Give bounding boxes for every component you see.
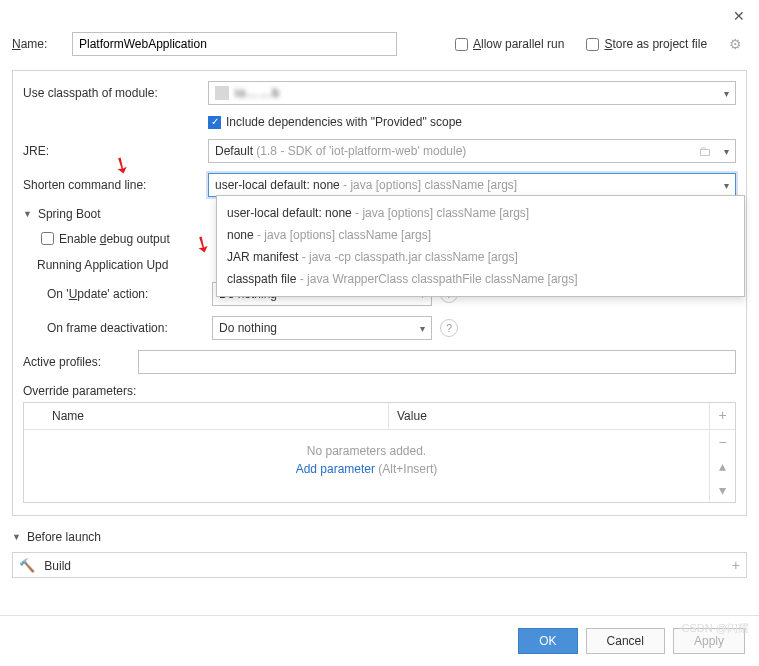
enable-debug-checkbox[interactable]: Enable debug output xyxy=(37,229,170,248)
shorten-option[interactable]: user-local default: none - java [options… xyxy=(225,202,736,224)
hammer-icon: 🔨 xyxy=(19,558,35,573)
add-task-button[interactable]: + xyxy=(732,557,740,573)
shorten-label: Shorten command line: xyxy=(23,178,208,192)
help-icon[interactable]: ? xyxy=(440,319,458,337)
on-update-label: On 'Update' action: xyxy=(37,287,212,301)
classpath-combo[interactable]: io……b ▾ xyxy=(208,81,736,105)
remove-row-button[interactable]: − xyxy=(710,430,735,454)
collapse-icon: ▼ xyxy=(12,532,21,542)
no-params-msg: No parameters added. xyxy=(24,444,709,458)
before-launch-section[interactable]: ▼ Before launch xyxy=(12,530,747,544)
collapse-icon: ▼ xyxy=(23,209,32,219)
active-profiles-field[interactable] xyxy=(138,350,736,374)
chevron-down-icon: ▾ xyxy=(724,146,729,157)
store-project-label: Store as project file xyxy=(604,37,707,51)
close-icon[interactable]: ✕ xyxy=(733,8,745,24)
classpath-value: io……b xyxy=(235,86,280,100)
override-params-label: Override parameters: xyxy=(23,384,736,398)
cancel-button[interactable]: Cancel xyxy=(586,628,665,654)
store-project-input[interactable] xyxy=(586,38,599,51)
on-frame-select[interactable]: Do nothing ▾ xyxy=(212,316,432,340)
override-params-table: Name Value + No parameters added. Add pa… xyxy=(23,402,736,503)
classpath-label: Use classpath of module: xyxy=(23,86,208,100)
jre-prefix: Default xyxy=(215,144,253,158)
column-name: Name xyxy=(44,403,389,429)
shorten-selected-gray: - java [options] className [args] xyxy=(340,178,517,192)
move-up-button[interactable]: ▴ xyxy=(710,454,735,478)
folder-icon[interactable]: 🗀 xyxy=(698,144,711,159)
build-task[interactable]: Build xyxy=(44,559,71,573)
chevron-down-icon: ▾ xyxy=(420,323,425,334)
store-project-checkbox[interactable]: Store as project file xyxy=(582,35,707,54)
allow-parallel-input[interactable] xyxy=(455,38,468,51)
jre-detail: (1.8 - SDK of 'iot-platform-web' module) xyxy=(253,144,466,158)
shorten-selected-bold: user-local default: none xyxy=(215,178,340,192)
shorten-option[interactable]: classpath file - java WrapperClass class… xyxy=(225,268,736,290)
allow-parallel-checkbox[interactable]: Allow parallel run xyxy=(451,35,564,54)
chevron-down-icon: ▾ xyxy=(724,180,729,191)
add-row-button[interactable]: + xyxy=(710,403,735,427)
on-frame-label: On frame deactivation: xyxy=(37,321,212,335)
allow-parallel-label: Allow parallel run xyxy=(473,37,564,51)
include-provided-check-icon xyxy=(208,116,221,129)
include-provided-checkbox[interactable]: Include dependencies with "Provided" sco… xyxy=(208,115,462,129)
column-value: Value xyxy=(389,403,709,429)
add-parameter-link[interactable]: Add parameter xyxy=(296,462,375,476)
ok-button[interactable]: OK xyxy=(518,628,577,654)
module-icon xyxy=(215,86,229,100)
shorten-option[interactable]: JAR manifest - java -cp classpath.jar cl… xyxy=(225,246,736,268)
active-profiles-label: Active profiles: xyxy=(23,355,138,369)
name-label: Name: xyxy=(12,37,72,51)
shorten-dropdown-list: user-local default: none - java [options… xyxy=(216,195,745,297)
enable-debug-label: Enable debug output xyxy=(59,232,170,246)
add-parameter-hint: (Alt+Insert) xyxy=(375,462,437,476)
name-field[interactable] xyxy=(72,32,397,56)
before-launch-list: 🔨 Build + xyxy=(12,552,747,578)
jre-label: JRE: xyxy=(23,144,208,158)
shorten-option[interactable]: none - java [options] className [args] xyxy=(225,224,736,246)
include-provided-label: Include dependencies with "Provided" sco… xyxy=(226,115,462,129)
dialog-button-bar: OK Cancel Apply xyxy=(0,615,759,666)
gear-icon[interactable]: ⚙ xyxy=(729,36,742,52)
enable-debug-input[interactable] xyxy=(41,232,54,245)
chevron-down-icon: ▾ xyxy=(724,88,729,99)
move-down-button[interactable]: ▾ xyxy=(710,478,735,502)
shorten-combo[interactable]: user-local default: none - java [options… xyxy=(208,173,736,197)
jre-combo[interactable]: Default (1.8 - SDK of 'iot-platform-web'… xyxy=(208,139,736,163)
apply-button[interactable]: Apply xyxy=(673,628,745,654)
